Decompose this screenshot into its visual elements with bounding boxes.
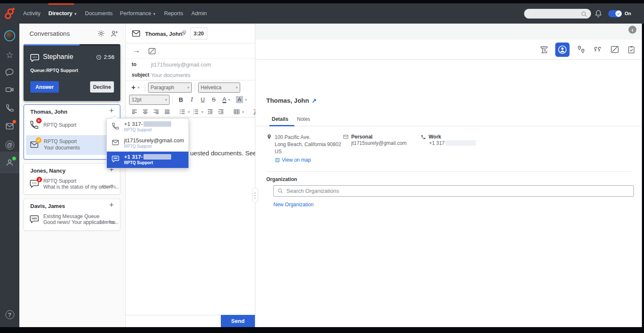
to-value[interactable]: jt1715surely@gmail.com [151, 61, 211, 68]
user-avatar[interactable] [4, 30, 15, 41]
section-divider [266, 171, 631, 172]
agents-person-icon[interactable] [5, 157, 15, 168]
phone-icon[interactable] [5, 103, 15, 113]
interaction-email-row-selected[interactable]: RPTQ Support Your documents [26, 135, 118, 155]
favorites-star-icon[interactable] [5, 50, 15, 60]
email-value[interactable]: jt1715surely@gmail.com [351, 140, 407, 147]
notifications-bell-icon[interactable] [594, 9, 603, 18]
collapse-panel-button[interactable] [628, 26, 636, 34]
view-on-map-link[interactable]: View on map [275, 157, 341, 164]
tab-details[interactable]: Details [272, 116, 288, 122]
interaction-call-row[interactable]: RPTQ Support [24, 117, 120, 133]
text-color-button[interactable]: A [220, 95, 233, 105]
address-line: 100 Pacific Ave. [275, 134, 341, 141]
video-icon[interactable] [5, 85, 15, 95]
personal-email-block: Personal jt1715surely@gmail.com [343, 134, 407, 147]
address-block: 100 Pacific Ave. Long Beach, California … [266, 134, 341, 164]
incoming-timer: 2:56 [96, 54, 114, 60]
dropdown-item-sms[interactable]: +1 317- RPTQ Support [107, 152, 188, 168]
mentions-at-icon[interactable] [5, 140, 15, 150]
interaction-chat-row[interactable]: 2 RPTQ Support What is the status of my … [24, 176, 120, 192]
genesys-logo-icon[interactable] [4, 7, 16, 21]
transfer-arrow-icon[interactable] [133, 46, 140, 55]
open-external-icon[interactable] [312, 97, 317, 104]
nav-item-reports[interactable]: Reports [164, 3, 183, 24]
add-interaction-button[interactable] [106, 200, 117, 210]
gear-icon[interactable] [97, 29, 105, 37]
top-nav-bar: Activity Directory Documents Performance… [0, 3, 644, 24]
compose-email-icon[interactable] [148, 47, 156, 56]
panel-resize-handle[interactable] [252, 188, 258, 203]
contact-name: Thomas, John [30, 109, 67, 115]
add-interaction-button[interactable] [106, 106, 117, 116]
active-tab-indicator [269, 125, 294, 126]
envelope-icon [343, 134, 349, 140]
wrapup-clipboard-icon[interactable] [626, 44, 637, 55]
numbered-list-button[interactable] [191, 107, 204, 117]
envelope-icon [29, 140, 40, 150]
notes-icon[interactable] [609, 44, 620, 55]
email-body-text[interactable]: uested documents. See [190, 149, 257, 157]
chat-icon[interactable] [5, 67, 15, 77]
redacted-text [445, 140, 476, 146]
highlight-color-button[interactable]: A [234, 95, 249, 105]
font-family-select[interactable]: Helvetica [198, 83, 240, 93]
bullet-list-button[interactable] [178, 107, 191, 117]
conversation-card-jones-nancy[interactable]: Jones, Nancy 2 RPTQ Support What is the … [24, 163, 120, 194]
underline-button[interactable]: U [198, 95, 208, 105]
canned-responses-icon[interactable] [592, 44, 603, 55]
profile-contact-name: Thomas, John [266, 97, 316, 104]
help-icon[interactable] [5, 309, 15, 320]
dropdown-item-email[interactable]: jt1715surely@gmail.com RPTQ Support [107, 135, 188, 152]
answer-button[interactable]: Answer [30, 81, 59, 93]
outdent-button[interactable] [205, 107, 215, 117]
interaction-time: 14 mins [99, 219, 116, 224]
add-person-icon[interactable] [110, 29, 119, 38]
new-organization-link[interactable]: New Organization [273, 202, 313, 208]
online-status-dot [12, 157, 16, 160]
email-type-label: Personal [351, 134, 373, 140]
italic-button[interactable]: I [187, 95, 197, 105]
sms-icon [111, 155, 120, 163]
nav-item-performance[interactable]: Performance [120, 3, 155, 24]
indent-button[interactable] [216, 107, 226, 117]
decline-button[interactable]: Decline [90, 81, 114, 93]
interaction-sms-row[interactable]: Existing Message Queue Good news! Your a… [24, 212, 120, 228]
contact-profile-icon[interactable] [555, 43, 570, 57]
conversation-card-davis-james[interactable]: Davis, James Existing Message Queue Good… [24, 199, 120, 231]
align-center-button[interactable] [140, 107, 150, 117]
nav-item-admin[interactable]: Admin [191, 3, 207, 24]
conversations-title: Conversations [29, 30, 70, 37]
strikethrough-button[interactable]: S [209, 95, 219, 105]
insert-table-button[interactable] [232, 107, 245, 117]
font-size-select[interactable]: 12pt [129, 95, 170, 105]
customer-journey-icon[interactable] [575, 44, 586, 55]
nav-item-directory[interactable]: Directory [48, 3, 77, 24]
conversations-panel: Conversations Stephanie 2:56 Queue:RPTQ … [19, 24, 126, 327]
align-left-button[interactable] [129, 107, 139, 117]
tab-notes[interactable]: Notes [297, 116, 310, 122]
dropdown-item-call[interactable]: +1 317- RPTQ Support [107, 119, 188, 135]
align-right-button[interactable] [151, 107, 161, 117]
insert-plus-button[interactable] [129, 83, 142, 93]
chat-bubble-icon [30, 53, 40, 63]
contact-name: Jones, Nancy [30, 168, 66, 174]
on-queue-toggle[interactable] [608, 10, 622, 17]
work-phone-block: Work +1 317 [421, 134, 476, 147]
nav-item-documents[interactable]: Documents [85, 3, 113, 24]
conversation-card-thomas-john[interactable]: Thomas, John RPTQ Support RPTQ Support Y… [24, 104, 120, 160]
screen-pop-icon[interactable] [180, 30, 187, 36]
paragraph-style-select[interactable]: Paragraph [148, 83, 192, 93]
subject-value[interactable]: Your documents [151, 72, 190, 78]
contact-name: Davis, James [30, 203, 65, 209]
incoming-interaction-card[interactable]: Stephanie 2:56 Queue:RPTQ Support Answer… [24, 44, 120, 101]
bold-button[interactable]: B [176, 95, 186, 105]
phone-value[interactable]: +1 317 [429, 140, 445, 146]
organization-search-input[interactable] [286, 188, 630, 194]
inbox-email-icon[interactable] [5, 121, 15, 131]
align-justify-button[interactable] [162, 107, 172, 117]
send-button[interactable]: Send [221, 315, 255, 327]
on-queue-label: On Queue [625, 3, 644, 24]
nav-item-activity[interactable]: Activity [23, 3, 40, 24]
interaction-script-icon[interactable] [538, 44, 549, 55]
